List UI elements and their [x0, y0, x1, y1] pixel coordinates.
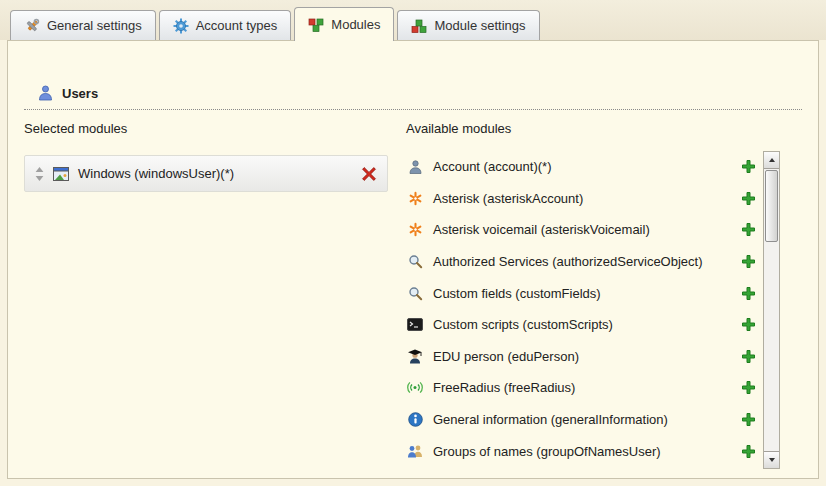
available-module-label: Authorized Services (authorizedServiceOb…: [433, 254, 732, 269]
graduate-icon: [406, 349, 424, 364]
available-module-row: Custom fields (customFields): [406, 277, 756, 309]
available-module-row: Custom scripts (customScripts): [406, 309, 756, 341]
scrollbar-track[interactable]: [764, 169, 779, 451]
info-icon: [406, 412, 424, 427]
lam-configuration-screen: General settings Account types: [0, 0, 826, 486]
scrollbar-up-button[interactable]: [764, 152, 779, 169]
windows-module-icon: [53, 167, 69, 181]
add-module-button[interactable]: [741, 412, 756, 427]
tab-modules[interactable]: Modules: [294, 7, 394, 41]
available-modules-heading: Available modules: [406, 121, 511, 136]
add-module-button[interactable]: [741, 222, 756, 237]
content-panel: Users Selected modules Available modules: [7, 40, 819, 479]
available-module-label: Groups of names (groupOfNamesUser): [433, 444, 732, 459]
arrow-up-icon: [769, 158, 775, 162]
magnifier-icon: [406, 254, 424, 269]
available-module-label: EDU person (eduPerson): [433, 349, 732, 364]
user-icon: [38, 85, 53, 101]
terminal-icon: [406, 318, 424, 331]
scrollbar-down-button[interactable]: [764, 451, 779, 468]
available-module-label: FreeRadius (freeRadius): [433, 380, 732, 395]
section-title: Users: [62, 86, 98, 101]
gear-icon: [173, 18, 189, 34]
available-module-row: Account (account)(*): [406, 151, 756, 183]
add-module-button[interactable]: [741, 349, 756, 364]
module-settings-icon: [411, 18, 427, 34]
add-module-button[interactable]: [741, 317, 756, 332]
available-module-label: Custom scripts (customScripts): [433, 317, 732, 332]
tab-general-settings[interactable]: General settings: [10, 10, 156, 40]
tab-label: General settings: [47, 18, 142, 33]
add-module-button[interactable]: [741, 159, 756, 174]
modules-icon: [308, 17, 324, 33]
available-modules-list: Account (account)(*) Asterisk (asteriskA…: [406, 151, 756, 467]
tab-module-settings[interactable]: Module settings: [397, 10, 539, 40]
add-module-button[interactable]: [741, 380, 756, 395]
tab-bar: General settings Account types: [0, 0, 826, 40]
remove-module-button[interactable]: [361, 166, 377, 182]
magnifier-icon: [406, 286, 424, 301]
tools-icon: [24, 18, 40, 34]
scrollbar-thumb[interactable]: [765, 170, 778, 242]
selected-modules-heading: Selected modules: [24, 121, 127, 136]
available-module-row: Authorized Services (authorizedServiceOb…: [406, 246, 756, 278]
asterisk-icon: [406, 222, 424, 237]
group-icon: [406, 444, 424, 459]
available-module-row: Asterisk (asteriskAccount): [406, 183, 756, 215]
asterisk-icon: [406, 191, 424, 206]
available-module-row: Groups of names (groupOfNamesUser): [406, 435, 756, 467]
available-module-label: General information (generalInformation): [433, 412, 732, 427]
drag-handle-icon[interactable]: [35, 167, 44, 181]
section-divider: [24, 109, 802, 110]
add-module-button[interactable]: [741, 286, 756, 301]
selected-module-label: Windows (windowsUser)(*): [78, 166, 352, 181]
tab-label: Module settings: [434, 18, 525, 33]
tab-label: Account types: [196, 18, 278, 33]
available-module-label: Asterisk voicemail (asteriskVoicemail): [433, 222, 732, 237]
add-module-button[interactable]: [741, 191, 756, 206]
account-icon: [406, 160, 424, 174]
available-module-row: General information (generalInformation): [406, 404, 756, 436]
available-module-row: Asterisk voicemail (asteriskVoicemail): [406, 214, 756, 246]
selected-module-row[interactable]: Windows (windowsUser)(*): [24, 155, 388, 192]
available-module-label: Asterisk (asteriskAccount): [433, 191, 732, 206]
add-module-button[interactable]: [741, 254, 756, 269]
available-module-label: Custom fields (customFields): [433, 286, 732, 301]
available-module-label: Account (account)(*): [433, 159, 732, 174]
tab-label: Modules: [331, 17, 380, 32]
available-module-row: FreeRadius (freeRadius): [406, 372, 756, 404]
tab-account-types[interactable]: Account types: [159, 10, 292, 40]
arrow-down-icon: [769, 458, 775, 462]
section-header: Users: [38, 85, 98, 101]
available-module-row: EDU person (eduPerson): [406, 341, 756, 373]
antenna-icon: [406, 380, 424, 395]
add-module-button[interactable]: [741, 444, 756, 459]
scrollbar[interactable]: [763, 151, 780, 469]
